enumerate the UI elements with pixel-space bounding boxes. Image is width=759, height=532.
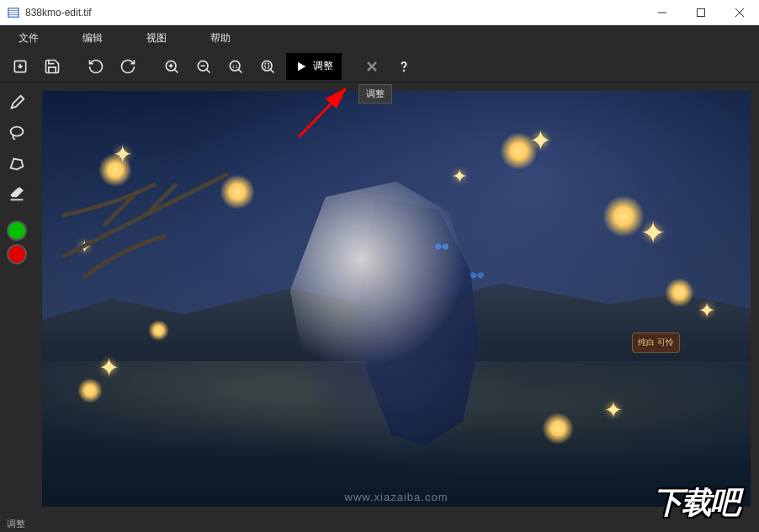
toolbar: 1:1 调整: [0, 51, 759, 82]
adjust-label: 调整: [313, 59, 333, 73]
svg-point-28: [11, 127, 24, 136]
svg-marker-22: [298, 61, 305, 71]
zoom-fit-button[interactable]: [254, 53, 281, 80]
svg-rect-5: [698, 8, 705, 16]
window-title: 838kmo-edit.tif: [25, 7, 643, 19]
download-button[interactable]: [7, 53, 34, 80]
watermark-url: www.xiazaiba.com: [345, 491, 448, 503]
svg-point-19: [262, 61, 272, 71]
adjust-button[interactable]: 调整: [286, 53, 342, 80]
help-button[interactable]: [390, 53, 417, 80]
svg-line-14: [206, 69, 210, 72]
svg-rect-21: [265, 63, 269, 67]
save-button[interactable]: [39, 53, 66, 80]
zoom-out-button[interactable]: [190, 53, 217, 80]
undo-button[interactable]: [82, 53, 109, 80]
menu-help[interactable]: 帮助: [199, 26, 242, 51]
eraser-tool[interactable]: [3, 180, 30, 207]
statusbar-text: 调整: [7, 518, 25, 530]
lasso-tool[interactable]: [3, 120, 30, 146]
image-corner-badge: 纯白 可怜: [632, 332, 680, 353]
svg-point-25: [404, 70, 405, 71]
svg-line-20: [270, 69, 273, 72]
close-button[interactable]: [720, 0, 759, 25]
adjust-tooltip: 调整: [358, 84, 392, 104]
left-toolbar: [0, 82, 34, 515]
canvas-image: 纯白 可怜 www.xiazaiba.com: [42, 91, 751, 507]
cancel-button[interactable]: [358, 53, 385, 80]
minimize-button[interactable]: [643, 0, 682, 25]
svg-line-10: [174, 69, 178, 72]
menubar: 文件 编辑 视图 帮助: [0, 25, 759, 51]
svg-line-17: [238, 69, 242, 72]
main-area: 纯白 可怜 www.xiazaiba.com: [0, 82, 759, 515]
brush-tool[interactable]: [3, 89, 30, 116]
app-icon: [7, 6, 20, 19]
svg-marker-29: [11, 159, 24, 170]
titlebar: 838kmo-edit.tif: [0, 0, 759, 25]
menu-view[interactable]: 视图: [135, 26, 178, 51]
zoom-actual-button[interactable]: 1:1: [222, 53, 249, 80]
zoom-in-button[interactable]: [158, 53, 185, 80]
polygon-tool[interactable]: [3, 150, 30, 177]
menu-edit[interactable]: 编辑: [71, 26, 114, 51]
color-red-button[interactable]: [7, 244, 27, 264]
window-controls: [643, 0, 759, 25]
svg-text:1:1: 1:1: [232, 63, 238, 68]
color-green-button[interactable]: [7, 221, 27, 241]
redo-button[interactable]: [114, 53, 141, 80]
overlay-logo-text: 下载吧: [653, 482, 739, 524]
maximize-button[interactable]: [682, 0, 720, 25]
menu-file[interactable]: 文件: [7, 26, 50, 51]
canvas-area[interactable]: 纯白 可怜 www.xiazaiba.com: [34, 82, 759, 515]
overlay-logo: 下载吧: [633, 473, 759, 532]
